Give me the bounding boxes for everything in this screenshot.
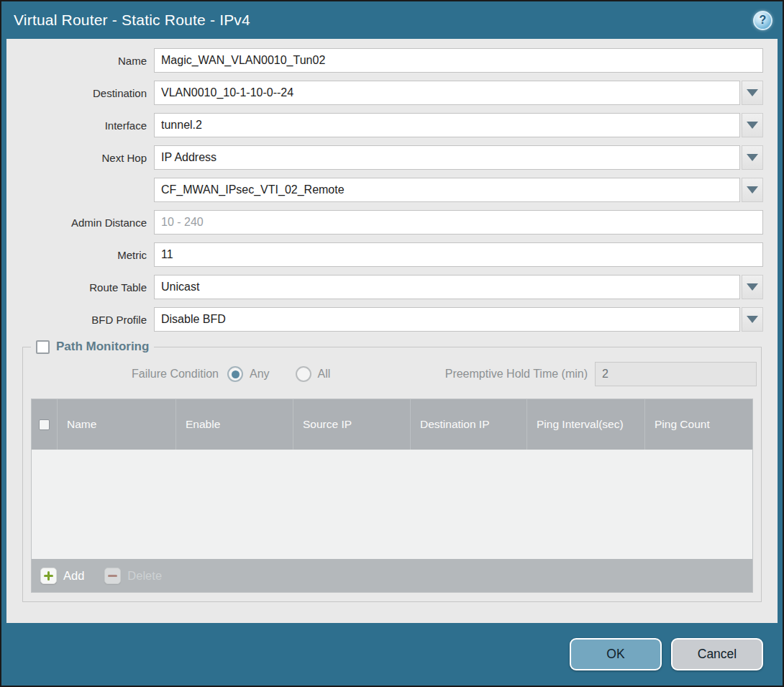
form-row-route-table: Route Table <box>6 275 763 299</box>
route-table-dropdown-button[interactable] <box>742 275 763 299</box>
ok-button[interactable]: OK <box>570 638 662 670</box>
chevron-down-icon <box>747 122 758 129</box>
add-button-label: Add <box>63 569 84 583</box>
delete-button[interactable]: Delete <box>104 568 162 584</box>
metric-input[interactable] <box>154 242 763 267</box>
destination-dropdown-button[interactable] <box>742 81 763 105</box>
static-route-dialog: Virtual Router - Static Route - IPv4 ? N… <box>1 1 783 686</box>
form-row-destination: Destination <box>6 81 763 105</box>
form-row-admin-distance: Admin Distance <box>6 210 763 235</box>
form-row-bfd-profile: BFD Profile <box>6 307 763 332</box>
bfd-profile-input[interactable] <box>154 307 740 332</box>
table-body-empty <box>32 450 752 559</box>
next-hop-address-input[interactable] <box>154 178 740 202</box>
bfd-profile-dropdown-button[interactable] <box>742 307 763 332</box>
form-row-interface: Interface <box>6 113 763 137</box>
column-header-ping-interval: Ping Interval(sec) <box>527 399 645 450</box>
dialog-content: Name Destination Interface <box>6 39 778 623</box>
add-button[interactable]: Add <box>40 568 84 584</box>
interface-label: Interface <box>6 119 154 132</box>
preemptive-hold-label: Preemptive Hold Time (min) <box>445 368 595 381</box>
select-all-checkbox[interactable] <box>39 419 50 430</box>
admin-distance-input[interactable] <box>154 210 763 235</box>
select-all-cell <box>32 399 58 450</box>
help-icon[interactable]: ? <box>753 11 772 30</box>
chevron-down-icon <box>747 186 758 194</box>
form-row-name: Name <box>6 48 763 73</box>
interface-dropdown-button[interactable] <box>742 113 763 137</box>
title-bar: Virtual Router - Static Route - IPv4 ? <box>1 1 783 39</box>
destination-input[interactable] <box>154 81 740 105</box>
minus-icon <box>104 568 121 584</box>
form-row-next-hop-address <box>6 178 763 202</box>
delete-button-label: Delete <box>127 569 162 583</box>
form-row-next-hop: Next Hop <box>6 145 763 170</box>
footer-bar: OK Cancel <box>1 623 783 686</box>
path-monitoring-label: Path Monitoring <box>56 340 149 354</box>
path-monitoring-section: Path Monitoring Failure Condition Any Al… <box>22 340 762 602</box>
failure-condition-all-radio[interactable] <box>296 366 311 382</box>
failure-condition-row: Failure Condition Any All Preemptive Hol… <box>27 361 757 387</box>
path-monitoring-table: Name Enable Source IP Destination IP Pin… <box>31 399 753 593</box>
next-hop-type-dropdown-button[interactable] <box>742 145 763 170</box>
failure-condition-all-label: All <box>318 368 331 381</box>
page-title: Virtual Router - Static Route - IPv4 <box>14 12 250 29</box>
form-row-metric: Metric <box>6 242 763 267</box>
table-header-row: Name Enable Source IP Destination IP Pin… <box>32 399 752 450</box>
screen: Virtual Router - Static Route - IPv4 ? N… <box>0 0 784 687</box>
metric-label: Metric <box>6 249 154 261</box>
bfd-profile-label: BFD Profile <box>6 314 154 326</box>
route-table-label: Route Table <box>6 281 154 294</box>
column-header-name: Name <box>58 399 176 450</box>
destination-label: Destination <box>6 87 154 99</box>
chevron-down-icon <box>747 316 758 323</box>
next-hop-label: Next Hop <box>6 152 154 164</box>
column-header-ping-count: Ping Count <box>645 399 752 450</box>
path-monitoring-legend: Path Monitoring <box>31 340 154 354</box>
column-header-source-ip: Source IP <box>293 399 411 450</box>
next-hop-type-input[interactable] <box>154 145 740 170</box>
table-toolbar: Add Delete <box>32 559 752 592</box>
name-label: Name <box>6 55 154 67</box>
column-header-enable: Enable <box>176 399 293 450</box>
preemptive-hold-input[interactable] <box>595 362 757 386</box>
preemptive-hold-group: Preemptive Hold Time (min) <box>445 362 757 386</box>
chevron-down-icon <box>747 154 758 161</box>
admin-distance-label: Admin Distance <box>6 217 154 229</box>
name-input[interactable] <box>154 48 763 73</box>
path-monitoring-checkbox[interactable] <box>36 340 50 354</box>
route-table-input[interactable] <box>154 275 740 299</box>
failure-condition-any-label: Any <box>250 368 270 381</box>
plus-icon <box>40 568 57 584</box>
failure-condition-any-radio[interactable] <box>227 366 243 382</box>
next-hop-address-dropdown-button[interactable] <box>742 178 763 202</box>
failure-condition-label: Failure Condition <box>27 368 227 381</box>
chevron-down-icon <box>747 283 758 291</box>
column-header-destination-ip: Destination IP <box>411 399 527 450</box>
chevron-down-icon <box>747 89 758 96</box>
interface-input[interactable] <box>154 113 740 137</box>
cancel-button[interactable]: Cancel <box>671 638 763 670</box>
